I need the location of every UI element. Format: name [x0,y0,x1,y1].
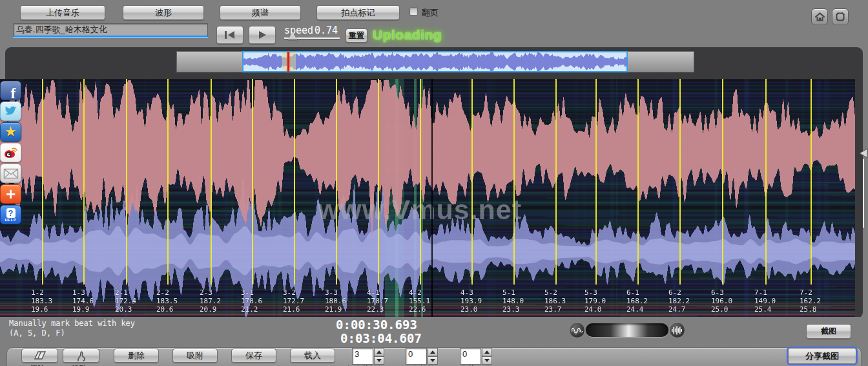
erase-label: 擦除 [30,363,45,366]
addthis-share-icon[interactable]: + [0,184,21,204]
beat-marker-line[interactable] [252,79,253,285]
facebook-share-icon[interactable]: f [0,81,21,100]
waveform-view-button[interactable]: 波形 [123,5,204,20]
move-label: 移动 [71,363,87,366]
beat-marker-line[interactable] [211,79,212,285]
step-up-icon[interactable] [428,348,438,356]
beat-marker-line[interactable] [167,79,169,285]
overview-waveform-panel[interactable] [242,51,628,72]
beat-marker-line[interactable] [336,79,337,285]
time-total: 0:03:04.607 [340,331,422,345]
eraser-icon [33,350,47,361]
beat-marker-line[interactable] [811,79,812,285]
page-turn-checkbox[interactable] [409,7,418,16]
snap-button[interactable]: 吸附 [172,349,218,363]
beat-label: 6-3196.025.0 [711,288,752,314]
screenshot-button[interactable]: 截图 [806,324,851,339]
beats-per-measure-input[interactable]: 3 [352,348,373,365]
mail-share-icon[interactable] [0,164,21,183]
home-icon [814,12,825,22]
beat-label: 5-1148.023.3 [502,288,544,314]
beat-hint-line1: Manually mark beat with key [9,319,135,328]
page-turn-label: 翻页 [422,7,439,19]
vertical-slider-track[interactable] [863,159,864,228]
beat-marker-line[interactable] [420,79,421,285]
beat-marker-line[interactable] [555,79,557,285]
track-title-input[interactable] [13,23,208,38]
pickup-beats-input[interactable]: 0 [406,348,427,365]
speed-value: 0.74 [315,25,338,36]
beat-marker-line[interactable] [513,79,515,285]
reset-button[interactable]: 重置 [346,28,367,43]
beat-label: 3-1178.621.2 [241,288,282,314]
beat-label: 6-2182.224.7 [668,288,710,314]
speed-slider-thumb[interactable] [288,32,297,39]
beat-marker-line[interactable] [471,79,473,285]
upload-music-button[interactable]: 上传音乐 [20,5,105,20]
beat-label: 5-2186.323.7 [544,288,586,314]
skip-to-start-icon [223,30,236,39]
measure-shift-input[interactable]: 0 [460,348,481,365]
beat-label: 1-2183.319.6 [31,288,72,314]
spectrum-view-button[interactable]: 频谱 [220,5,301,20]
time-current: 0:00:30.693 [336,318,417,332]
beats-per-measure-stepper[interactable] [374,348,384,365]
play-icon [256,30,268,39]
beat-hint-line2: (A, S, D, F) [9,328,65,338]
beat-marker-line[interactable] [378,79,379,285]
beat-label: 2-3187.220.9 [200,288,241,314]
fullscreen-button[interactable] [832,8,849,25]
beat-label: 4-2155.122.6 [409,288,450,314]
beat-marker-line[interactable] [765,79,767,285]
beat-label: 3-3180.621.9 [325,288,366,314]
beat-label: 4-1178.722.3 [367,288,408,314]
beat-marker-line[interactable] [637,79,639,285]
qzone-share-icon[interactable]: ★ [0,122,21,142]
move-hand-icon [76,350,87,361]
move-button[interactable] [63,349,99,363]
waveform-mode-icon[interactable] [569,322,585,338]
beat-label: 2-2183.520.6 [156,288,198,314]
beat-marker-line[interactable] [595,79,597,285]
view-mix-slider[interactable] [586,323,668,337]
overview-waveform [243,52,626,71]
beat-label: 5-3179.024.0 [584,288,626,314]
skip-to-start-button[interactable] [216,26,243,44]
beat-label: 4-3193.923.0 [460,288,502,314]
overview-playhead[interactable] [287,52,289,72]
home-button[interactable] [811,8,828,25]
beat-marker-line[interactable] [83,79,85,285]
beat-marker-line[interactable] [722,79,723,285]
beat-marker-line[interactable] [294,79,295,285]
twitter-share-icon[interactable] [0,102,21,121]
delete-button[interactable]: 删除 [114,349,159,363]
beat-label: 7-2162.225.8 [800,288,841,314]
beat-label: 6-1168.224.4 [626,288,668,314]
beat-marker-line[interactable] [679,79,681,285]
beat-label: 2-1172.420.3 [115,288,156,314]
load-button[interactable]: 载入 [290,349,335,363]
share-screenshot-button[interactable]: 分享截图 [788,348,856,364]
spectrogram-playhead[interactable] [431,79,433,317]
erase-button[interactable] [21,349,58,363]
beat-label: 3-2172.721.6 [283,288,324,314]
vertical-slider-thumb[interactable] [858,147,868,159]
spectrum-mode-icon[interactable] [669,322,685,338]
beat-label: 7-1149.025.4 [754,288,796,314]
status-bar: Manually mark beat with key (A, S, D, F)… [0,317,868,347]
beat-mark-button[interactable]: 拍点标记 [316,5,400,20]
save-button[interactable]: 保存 [231,349,276,363]
beat-marker-line[interactable] [42,79,43,285]
beat-label: 1-3174.619.9 [72,288,114,314]
weibo-share-icon[interactable] [0,143,21,162]
measure-shift-stepper[interactable] [482,348,492,365]
play-button[interactable] [249,26,276,44]
pickup-beats-stepper[interactable] [428,348,438,365]
uploading-status: Uploading [373,27,442,43]
step-up-icon[interactable] [374,348,384,356]
step-up-icon[interactable] [482,348,492,356]
fullscreen-icon [835,12,845,22]
help-icon[interactable]: ? HELP [0,205,21,224]
beat-marker-line[interactable] [126,79,127,285]
